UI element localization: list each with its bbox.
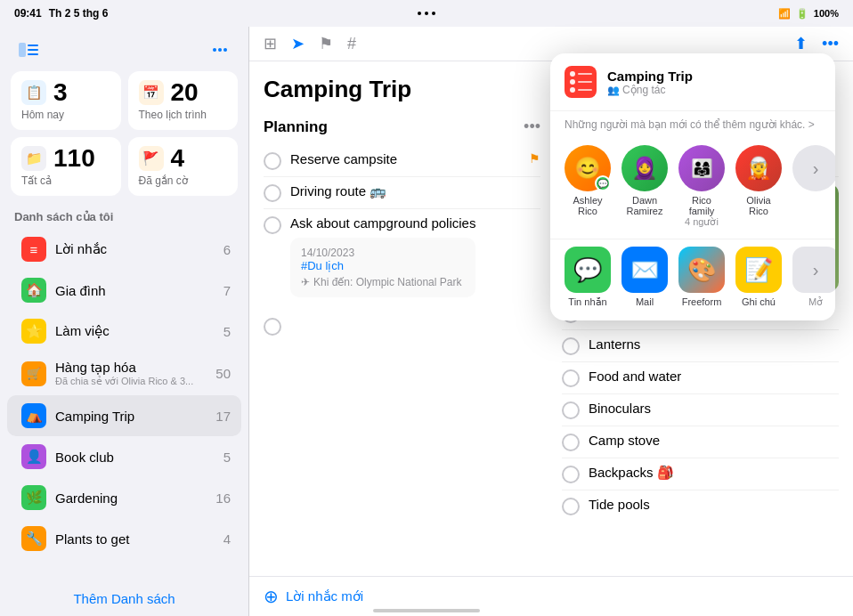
policies-text: Ask about campground policies — [290, 215, 475, 231]
sidebar-footer: Thêm Danh sách — [0, 582, 248, 616]
gardening-label: Gardening — [55, 490, 207, 506]
avatar-dawn[interactable]: 🧕 Dawn Ramirez — [621, 145, 668, 228]
work-count: 5 — [223, 324, 231, 339]
avatar-rico[interactable]: 👨‍👩‍👧 Rico family 4 người — [678, 145, 725, 228]
planning-title: Planning ••• — [264, 118, 540, 136]
share-list-name: Camping Trip — [607, 69, 693, 84]
list-item[interactable]: 🛒 Hàng tạp hóa Đã chia sẻ với Olivia Ric… — [7, 352, 241, 395]
stat-all[interactable]: 📁 110 Tất cả — [11, 137, 121, 196]
family-count: 7 — [223, 283, 231, 298]
checkbox-lanterns[interactable] — [562, 337, 580, 355]
more-icon[interactable]: ••• — [822, 35, 839, 53]
checkbox-driving[interactable] — [264, 184, 281, 202]
stat-today[interactable]: 📋 3 Hôm nay — [11, 71, 121, 130]
avatar-olivia-circle: 🧝 — [735, 145, 782, 191]
grocery-label: Hàng tạp hóa — [55, 360, 207, 376]
check-item: Ask about campground policies 14/10/2023… — [264, 209, 540, 311]
app-freeform[interactable]: 🎨 Freeform — [678, 247, 725, 308]
list-item[interactable]: ⭐ Làm việc 5 — [7, 311, 241, 352]
family-label: Gia đình — [55, 283, 215, 298]
svg-rect-1 — [28, 45, 38, 46]
list-item[interactable]: ≡ Lời nhắc 6 — [7, 229, 241, 270]
avatar-olivia[interactable]: 🧝 Olivia Rico — [735, 145, 782, 228]
app-notes[interactable]: 📝 Ghi chú — [735, 247, 782, 308]
reminders-count: 6 — [223, 242, 231, 257]
stat-today-label: Hôm nay — [21, 109, 110, 121]
more-options-button[interactable] — [206, 36, 234, 64]
avatar-ashley-circle: 😊 💬 — [565, 145, 611, 191]
messages-app-icon: 💬 — [565, 247, 611, 293]
svg-point-6 — [223, 48, 227, 52]
more-apps-icon: › — [792, 247, 835, 293]
svg-rect-3 — [28, 53, 38, 55]
stat-all-number: 110 — [53, 146, 95, 171]
hashtag-icon[interactable]: # — [347, 35, 356, 53]
check-item: Driving route 🚌 — [264, 177, 540, 209]
list-item[interactable]: ⛺ Camping Trip 17 — [7, 395, 241, 436]
family-icon: 🏠 — [21, 278, 46, 303]
message-badge: 💬 — [595, 175, 611, 191]
planning-more-icon[interactable]: ••• — [524, 118, 540, 136]
camping-label: Camping Trip — [55, 409, 207, 424]
avatar-ashley-name: Ashley Rico — [565, 195, 611, 216]
share-collaborators: 👥 Cộng tác — [607, 84, 693, 96]
sidebar: 📋 3 Hôm nay 📅 20 Theo lịch trình 📁 110 T… — [0, 27, 249, 616]
note-location: ✈ Khi đến: Olympic National Park — [301, 276, 465, 288]
bookclub-icon: 👤 — [21, 444, 46, 469]
grocery-icon: 🛒 — [21, 361, 46, 386]
check-item: Reserve campsite ⚑ — [264, 145, 540, 177]
sidebar-toggle-button[interactable] — [14, 36, 43, 64]
stat-flagged-label: Đã gắn cờ — [139, 174, 228, 187]
list-item[interactable]: 👤 Book club 5 — [7, 436, 241, 477]
flag-icon[interactable]: ⚑ — [319, 34, 333, 53]
checkbox-backpacks[interactable] — [562, 466, 580, 483]
stat-scheduled[interactable]: 📅 20 Theo lịch trình — [128, 71, 239, 130]
stove-text: Camp stove — [589, 433, 660, 448]
list-item[interactable]: 🔧 Plants to get 4 — [7, 518, 241, 559]
check-item: Camp stove — [562, 426, 839, 458]
location-icon[interactable]: ➤ — [291, 34, 305, 53]
bookclub-label: Book club — [55, 450, 215, 465]
share-icon[interactable]: ⬆ — [794, 34, 808, 53]
avatar-dawn-name: Dawn Ramirez — [621, 195, 668, 216]
status-time: 09:41 — [14, 7, 42, 20]
gardening-icon: 🌿 — [21, 485, 46, 510]
note-date: 14/10/2023 — [301, 247, 465, 259]
freeform-app-icon: 🎨 — [678, 247, 725, 293]
checkbox-stove[interactable] — [562, 434, 580, 451]
add-list-button[interactable]: Thêm Danh sách — [73, 591, 175, 606]
avatar-olivia-name: Olivia Rico — [735, 195, 782, 216]
avatar-ashley[interactable]: 😊 💬 Ashley Rico — [565, 145, 611, 228]
check-item: Lanterns — [562, 330, 839, 362]
status-bar: 09:41 Th 2 5 thg 6 📶 🔋 100% — [0, 0, 853, 27]
avatar-dawn-circle: 🧕 — [621, 145, 668, 191]
location-pin-icon: ✈ — [301, 276, 310, 288]
stat-flagged[interactable]: 🚩 4 Đã gắn cờ — [128, 137, 239, 196]
note-tag: #Du lịch — [301, 259, 465, 272]
binoculars-text: Binoculars — [589, 401, 651, 416]
checkbox-tidepools[interactable] — [562, 498, 580, 515]
avatar-more-circle: › — [792, 145, 835, 191]
checkbox-binoculars[interactable] — [562, 401, 580, 419]
tidepools-text: Tide pools — [589, 497, 650, 512]
add-icon: ⊕ — [264, 586, 279, 607]
home-indicator — [373, 609, 480, 612]
add-reminder-bar[interactable]: ⊕ Lời nhắc mới — [249, 576, 853, 616]
stats-grid: 📋 3 Hôm nay 📅 20 Theo lịch trình 📁 110 T… — [0, 71, 248, 207]
planning-column: Camping Trip Planning ••• Reserve campsi… — [264, 76, 540, 562]
app-mail[interactable]: ✉️ Mail — [621, 247, 668, 308]
list-item[interactable]: 🏠 Gia đình 7 — [7, 270, 241, 311]
avatar-more[interactable]: › — [792, 145, 835, 228]
work-label: Làm việc — [55, 323, 215, 339]
app-more[interactable]: › Mở — [792, 247, 835, 308]
list-item[interactable]: 🌿 Gardening 16 — [7, 477, 241, 518]
checkbox-reserve[interactable] — [264, 152, 281, 170]
gallery-icon[interactable]: ⊞ — [264, 34, 277, 53]
note-title: Camping Trip — [264, 76, 540, 103]
app-messages[interactable]: 💬 Tin nhắn — [565, 247, 611, 308]
checkbox-food[interactable] — [562, 369, 580, 387]
share-popup-description[interactable]: Những người mà bạn mới có thể thêm người… — [550, 111, 835, 138]
checkbox-empty[interactable] — [264, 318, 281, 336]
checkbox-policies[interactable] — [264, 216, 281, 234]
reminders-icon: ≡ — [21, 237, 46, 262]
